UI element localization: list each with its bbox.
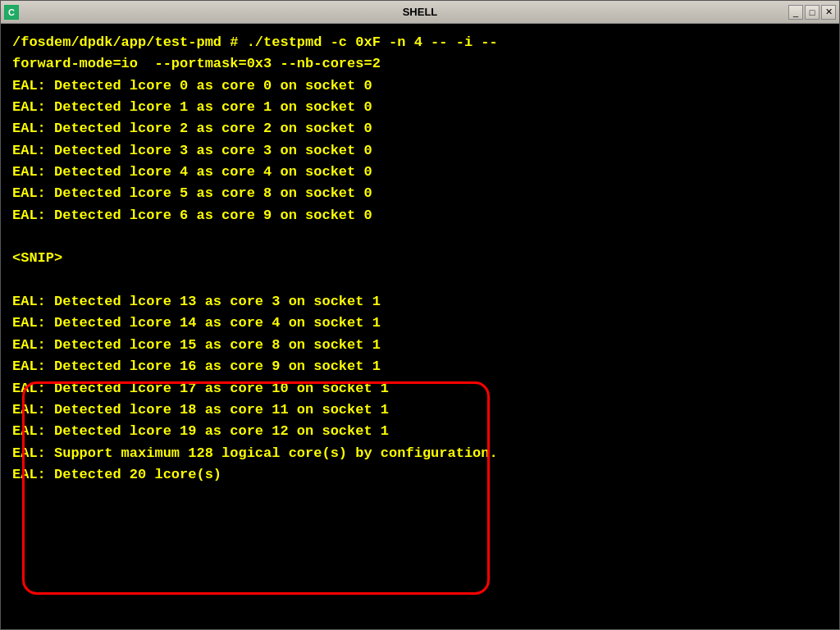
window-controls: _ □ ✕ (788, 5, 836, 20)
minimize-button[interactable]: _ (788, 5, 803, 20)
title-bar-left: C (4, 5, 19, 20)
window-icon: C (4, 5, 19, 20)
maximize-button[interactable]: □ (805, 5, 819, 20)
terminal-area[interactable]: /fosdem/dpdk/app/test-pmd # ./testpmd -c… (1, 24, 839, 629)
window-title: SHELL (403, 6, 438, 18)
terminal-output: /fosdem/dpdk/app/test-pmd # ./testpmd -c… (12, 32, 828, 486)
close-button[interactable]: ✕ (821, 5, 836, 20)
shell-window: C SHELL _ □ ✕ /fosdem/dpdk/app/test-pmd … (0, 0, 840, 630)
title-bar: C SHELL _ □ ✕ (1, 1, 839, 24)
